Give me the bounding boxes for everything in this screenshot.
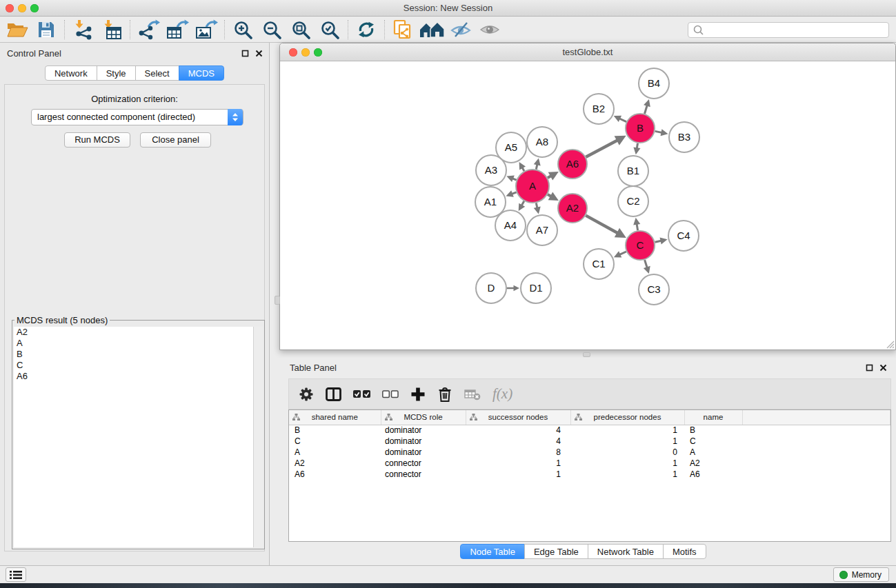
mcds-result-list[interactable]: A2ABCA6 bbox=[14, 327, 253, 547]
select-all-columns-button[interactable] bbox=[353, 389, 370, 398]
tab-style[interactable]: Style bbox=[97, 65, 136, 81]
graph-edge[interactable] bbox=[512, 192, 517, 194]
graph-edge[interactable] bbox=[586, 141, 617, 157]
graph-edge[interactable] bbox=[619, 119, 626, 122]
graph-edge[interactable] bbox=[586, 216, 617, 233]
result-item[interactable]: A bbox=[14, 338, 253, 349]
table-panel: Table Panel bbox=[270, 358, 896, 565]
node-table-body: Bdominator41BCdominator41CAdominator80AA… bbox=[289, 425, 890, 480]
graph-edge-arrow bbox=[514, 285, 520, 292]
graph-edge[interactable] bbox=[655, 241, 661, 242]
graph-node-label: C4 bbox=[677, 230, 690, 241]
export-table-button[interactable] bbox=[163, 18, 192, 41]
table-close-button[interactable] bbox=[878, 363, 888, 372]
graph-edge[interactable] bbox=[536, 203, 537, 207]
zoom-in-button[interactable] bbox=[228, 18, 257, 41]
graph-edge[interactable] bbox=[637, 143, 637, 149]
column-header-shared-name[interactable]: shared name bbox=[289, 410, 381, 425]
criterion-dropdown[interactable]: largest connected component (directed) bbox=[31, 109, 243, 125]
show-columns-button[interactable] bbox=[326, 387, 341, 401]
networks-overview-button[interactable] bbox=[417, 18, 446, 41]
export-image-button[interactable] bbox=[192, 18, 221, 41]
save-session-button[interactable] bbox=[32, 18, 61, 41]
resize-grip-icon[interactable] bbox=[885, 339, 895, 349]
gear-icon bbox=[299, 387, 314, 402]
network-canvas[interactable]: B4B2BB3A8A5A6A3B1AC2A1A2A4A7C4CC1DD1C3 bbox=[280, 61, 895, 349]
network-window-titlebar[interactable]: testGlobe.txt bbox=[280, 43, 895, 61]
graph-edge[interactable] bbox=[619, 252, 626, 254]
import-table-button[interactable] bbox=[97, 18, 126, 41]
vertical-splitter-grip[interactable] bbox=[275, 296, 280, 305]
function-builder-button[interactable]: f(x) bbox=[492, 385, 512, 403]
table-float-button[interactable] bbox=[864, 363, 874, 372]
graph-node-label: D1 bbox=[529, 282, 542, 294]
search-field[interactable] bbox=[688, 22, 889, 38]
float-panel-button[interactable] bbox=[240, 48, 250, 58]
create-column-button[interactable] bbox=[410, 387, 426, 402]
network-graph[interactable]: B4B2BB3A8A5A6A3B1AC2A1A2A4A7C4CC1DD1C3 bbox=[280, 61, 895, 349]
column-header-mcds-role[interactable]: MCDS role bbox=[381, 410, 466, 425]
hide-graphics-details-button[interactable] bbox=[446, 18, 475, 41]
delete-column-button[interactable] bbox=[437, 386, 452, 403]
zoom-fit-button[interactable] bbox=[286, 18, 315, 41]
tab-motifs[interactable]: Motifs bbox=[663, 544, 706, 559]
tab-mcds[interactable]: MCDS bbox=[179, 65, 224, 81]
tab-network-table[interactable]: Network Table bbox=[588, 544, 664, 559]
refresh-button[interactable] bbox=[352, 18, 381, 41]
result-item[interactable]: C bbox=[14, 360, 253, 371]
table-row[interactable]: Adominator80A bbox=[289, 447, 890, 458]
close-panel-button-2[interactable]: Close panel bbox=[140, 132, 211, 148]
close-panel-button[interactable] bbox=[254, 48, 263, 58]
graph-edge[interactable] bbox=[645, 105, 648, 114]
horizontal-splitter-grip[interactable] bbox=[583, 352, 590, 357]
run-mcds-button[interactable]: Run MCDS bbox=[64, 132, 130, 148]
table-settings-button[interactable] bbox=[299, 387, 314, 402]
result-scrollbar[interactable] bbox=[253, 327, 263, 547]
task-history-button[interactable] bbox=[6, 567, 26, 582]
graph-edge[interactable] bbox=[645, 260, 648, 267]
show-graphics-details-button[interactable] bbox=[475, 18, 504, 41]
tab-network[interactable]: Network bbox=[45, 65, 97, 81]
plus-icon bbox=[410, 387, 426, 402]
table-row[interactable]: Bdominator41B bbox=[289, 425, 890, 436]
graph-edge[interactable] bbox=[536, 164, 537, 169]
graph-edge-arrow bbox=[633, 218, 640, 225]
zoom-out-button[interactable] bbox=[257, 18, 286, 41]
export-network-icon bbox=[137, 19, 160, 40]
tab-edge-table[interactable]: Edge Table bbox=[524, 544, 588, 559]
column-header-name[interactable]: name bbox=[684, 410, 742, 425]
new-network-from-selection-button[interactable] bbox=[388, 18, 417, 41]
delete-table-button[interactable] bbox=[464, 388, 481, 401]
export-network-button[interactable] bbox=[134, 18, 163, 41]
column-label: predecessor nodes bbox=[594, 413, 661, 421]
table-row[interactable]: A2connector11A2 bbox=[289, 458, 890, 469]
result-item[interactable]: B bbox=[14, 349, 253, 360]
graph-edge[interactable] bbox=[655, 131, 662, 132]
tab-node-table[interactable]: Node Table bbox=[460, 544, 525, 559]
import-network-icon bbox=[72, 19, 93, 40]
graph-edge[interactable] bbox=[637, 224, 638, 231]
table-row[interactable]: A6connector11A6 bbox=[289, 469, 890, 480]
unselect-all-columns-button[interactable] bbox=[382, 390, 399, 398]
result-item[interactable]: A6 bbox=[14, 371, 253, 382]
column-header-predecessor-nodes[interactable]: predecessor nodes bbox=[570, 410, 684, 425]
search-input[interactable] bbox=[707, 26, 888, 35]
tab-select[interactable]: Select bbox=[135, 65, 179, 81]
memory-button[interactable]: Memory bbox=[833, 567, 889, 582]
column-header-successor-nodes[interactable]: successor nodes bbox=[466, 410, 570, 425]
graph-node-label: B bbox=[637, 122, 644, 134]
open-session-button[interactable] bbox=[3, 18, 32, 41]
graph-edge[interactable] bbox=[521, 201, 524, 205]
import-network-button[interactable] bbox=[68, 18, 97, 41]
result-item[interactable]: A2 bbox=[14, 327, 253, 338]
zoom-out-icon bbox=[262, 20, 281, 39]
table-toolbar: f(x) bbox=[288, 378, 891, 409]
memory-label: Memory bbox=[852, 570, 882, 580]
graph-edge-arrow bbox=[644, 99, 650, 107]
column-header-filler bbox=[742, 410, 890, 425]
zoom-selected-button[interactable] bbox=[315, 18, 344, 41]
table-row[interactable]: Cdominator41C bbox=[289, 436, 890, 447]
graph-node-label: B2 bbox=[593, 103, 605, 114]
dropdown-stepper[interactable] bbox=[228, 109, 243, 125]
sitemap-icon bbox=[575, 414, 582, 422]
